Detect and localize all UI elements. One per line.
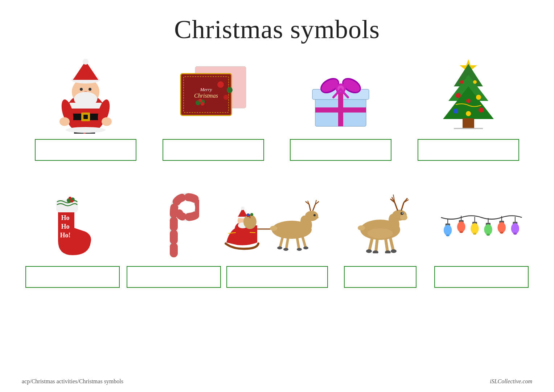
svg-line-78: [313, 204, 315, 211]
item-santa: [29, 56, 142, 161]
item-reindeer: [330, 183, 431, 288]
svg-line-75: [309, 204, 311, 211]
svg-line-119: [386, 239, 387, 252]
gift-image: [290, 56, 391, 135]
svg-point-92: [270, 226, 277, 231]
svg-point-89: [297, 248, 302, 251]
svg-point-61: [466, 111, 471, 116]
svg-point-6: [66, 127, 106, 133]
lights-label-box[interactable]: [434, 266, 529, 288]
svg-point-74: [305, 211, 318, 221]
svg-point-13: [89, 88, 91, 91]
stocking-image: Ho Ho Ho!: [25, 183, 120, 262]
svg-point-30: [198, 99, 202, 102]
gift-label-box[interactable]: [290, 139, 391, 161]
footer-text: acp/Christmas activities/Christmas symbo…: [22, 378, 123, 385]
svg-line-85: [297, 238, 299, 249]
svg-point-152: [457, 221, 465, 232]
card-label-box[interactable]: [163, 139, 264, 161]
candy-image: [127, 183, 221, 262]
svg-point-155: [498, 222, 506, 233]
svg-rect-3: [83, 115, 88, 119]
tree-image: [418, 56, 519, 135]
svg-point-67: [69, 197, 71, 200]
svg-text:Ho: Ho: [61, 214, 69, 221]
item-christmas-tree: [412, 56, 525, 161]
svg-point-17: [85, 94, 94, 99]
svg-point-156: [511, 223, 519, 234]
svg-point-60: [479, 107, 484, 113]
svg-rect-54: [463, 118, 474, 128]
svg-point-62: [460, 80, 464, 84]
svg-line-117: [369, 238, 372, 250]
svg-line-86: [303, 237, 305, 247]
tree-label-box[interactable]: [418, 139, 519, 161]
reindeer-label-box[interactable]: [344, 266, 416, 288]
svg-point-63: [473, 80, 477, 84]
svg-point-12: [80, 88, 83, 91]
sleigh-label-box[interactable]: [226, 266, 328, 288]
svg-point-122: [373, 250, 378, 253]
svg-point-82: [316, 216, 319, 219]
reindeer-image: [344, 183, 416, 262]
svg-point-125: [358, 225, 365, 230]
svg-point-87: [277, 246, 282, 249]
svg-point-21: [102, 117, 112, 126]
santa-label-box[interactable]: [35, 139, 136, 161]
svg-point-88: [283, 248, 288, 251]
svg-point-90: [303, 246, 308, 249]
row-2: Ho Ho Ho!: [22, 183, 532, 288]
svg-point-107: [400, 215, 407, 220]
svg-point-81: [313, 214, 316, 216]
svg-line-110: [395, 203, 398, 211]
item-stocking: Ho Ho Ho!: [22, 183, 123, 288]
svg-point-56: [456, 93, 461, 98]
svg-point-124: [391, 249, 397, 253]
item-sleigh: [225, 183, 330, 288]
svg-point-109: [402, 213, 403, 214]
svg-rect-41: [338, 97, 343, 126]
svg-point-97: [241, 207, 245, 210]
item-gift: [284, 56, 397, 161]
svg-point-126: [368, 228, 393, 238]
svg-text:Ho: Ho: [61, 223, 69, 230]
item-christmas-card: Merry Christmas: [157, 56, 270, 161]
svg-line-83: [280, 237, 283, 247]
svg-text:Christmas: Christmas: [194, 93, 218, 99]
svg-point-31: [201, 102, 204, 106]
worksheet-page: Christmas symbols: [0, 0, 554, 392]
svg-point-123: [385, 250, 391, 253]
svg-point-68: [70, 200, 73, 203]
svg-point-151: [444, 225, 452, 236]
svg-point-153: [471, 223, 479, 234]
svg-rect-103: [247, 214, 250, 216]
svg-point-58: [466, 99, 471, 103]
svg-point-102: [250, 213, 253, 216]
svg-line-84: [286, 238, 288, 249]
svg-text:Ho!: Ho!: [60, 232, 70, 239]
santa-image: [35, 56, 136, 135]
page-title: Christmas symbols: [22, 15, 532, 45]
svg-line-118: [376, 239, 377, 252]
svg-point-34: [223, 95, 229, 100]
stocking-label-box[interactable]: [25, 266, 120, 288]
sleigh-image: [219, 183, 335, 262]
svg-point-57: [476, 95, 481, 100]
svg-point-59: [453, 109, 458, 114]
svg-point-154: [484, 224, 492, 235]
item-candy-cane: [123, 183, 224, 288]
svg-line-120: [390, 238, 393, 250]
item-lights: [431, 183, 532, 288]
lights-image: [434, 183, 529, 262]
svg-line-114: [401, 203, 404, 211]
card-image: Merry Christmas: [163, 56, 264, 135]
svg-point-20: [59, 117, 70, 126]
svg-text:Merry: Merry: [200, 87, 212, 92]
row-1: Merry Christmas: [22, 56, 532, 161]
svg-point-15: [74, 92, 97, 106]
svg-point-11: [83, 59, 89, 65]
candy-label-box[interactable]: [127, 266, 221, 288]
svg-point-33: [227, 87, 233, 93]
brand-text: iSLCollective.com: [490, 378, 532, 385]
svg-point-32: [217, 81, 224, 88]
